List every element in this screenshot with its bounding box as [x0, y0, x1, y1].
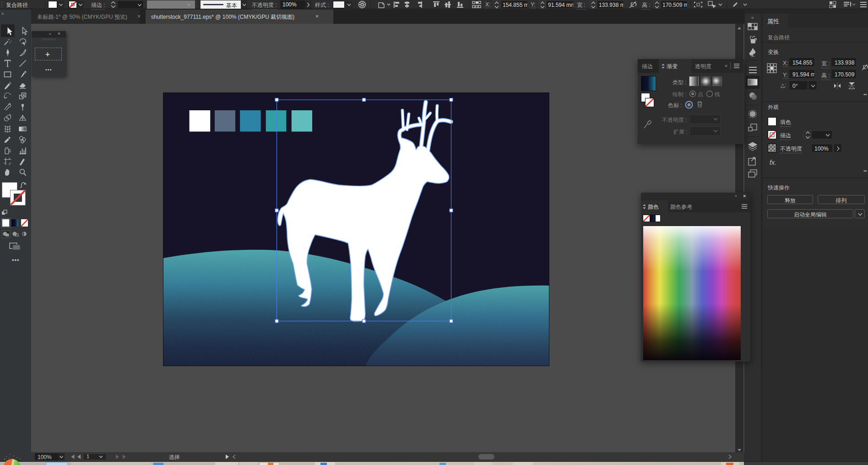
svg-text:1: 1 — [87, 454, 89, 459]
